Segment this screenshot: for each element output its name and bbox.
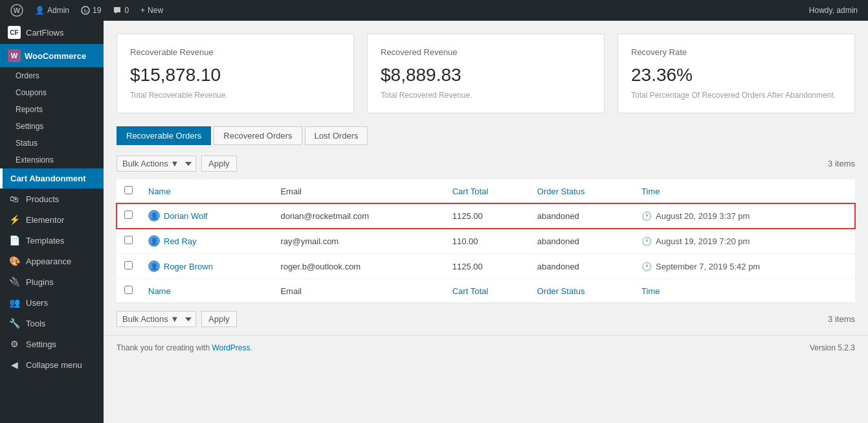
row-checkbox-3[interactable] [124, 261, 133, 269]
bulk-actions-select-bottom[interactable]: Bulk Actions ▼ [117, 311, 196, 327]
header-order-status: Order Status [529, 179, 634, 203]
products-icon: 🛍 [8, 194, 21, 204]
sidebar-item-templates[interactable]: 📄 Templates [0, 230, 104, 251]
orders-table: Name Email Cart Total Order Status Time … [117, 179, 855, 303]
admin-menu-item[interactable]: 👤 Admin [30, 0, 74, 21]
stat-recovered-desc: Total Recovered Revenue. [381, 91, 591, 100]
sidebar-item-reports[interactable]: Reports [0, 101, 104, 118]
sidebar-item-elementor[interactable]: ⚡ Elementor [0, 209, 104, 230]
appearance-icon: 🎨 [8, 256, 21, 266]
plugins-icon: 🔌 [8, 277, 21, 287]
stat-card-recovered: Recovered Revenue $8,889.83 Total Recove… [367, 34, 605, 113]
footer-checkbox-cell [117, 279, 140, 303]
footer-name: Name [140, 279, 273, 303]
wordpress-link[interactable]: WordPress [212, 343, 250, 352]
items-count-bottom: 3 items [828, 314, 855, 324]
footer-order-status: Order Status [529, 279, 634, 303]
sidebar-item-collapse[interactable]: ◀ Collapse menu [0, 354, 104, 375]
row-name-cell: 👤 Dorian Wolf [140, 203, 273, 229]
table-row: 👤 Roger Brown roger.b@outlook.com 1125.0… [117, 254, 855, 279]
plus-icon: + [140, 6, 145, 15]
stat-recoverable-title: Recoverable Revenue [130, 47, 340, 57]
table-footer-row: Name Email Cart Total Order Status Time [117, 279, 855, 303]
row-name-cell: 👤 Roger Brown [140, 254, 273, 279]
header-cart-total: Cart Total [445, 179, 529, 203]
clock-icon-3: 🕐 [641, 262, 652, 271]
tab-lost-orders[interactable]: Lost Orders [305, 126, 368, 145]
sidebar-item-products[interactable]: 🛍 Products [0, 189, 104, 209]
sidebar-item-woocommerce[interactable]: W WooCommerce [0, 44, 104, 67]
row-checkbox-1[interactable] [124, 211, 133, 219]
row-order-status-cell: abandoned [529, 229, 634, 254]
row-cart-total-cell: 1125.00 [445, 254, 529, 279]
settings-icon: ⚙ [8, 339, 21, 349]
stat-rate-value: 23.36% [631, 65, 841, 86]
user-avatar-1: 👤 [148, 210, 160, 222]
updates-menu-item[interactable]: ↻ 19 [76, 0, 106, 21]
bulk-actions-bottom: Bulk Actions ▼ Apply 3 items [117, 311, 855, 327]
person-icon: 👤 [35, 6, 45, 15]
row-name-link-1[interactable]: 👤 Dorian Wolf [148, 210, 265, 222]
stat-recovered-value: $8,889.83 [381, 65, 591, 86]
stat-rate-desc: Total Percentage Of Recovered Orders Aft… [631, 91, 841, 100]
user-avatar-3: 👤 [148, 260, 160, 272]
row-checkbox-2[interactable] [124, 236, 133, 244]
row-time-cell: 🕐 September 7, 2019 5:42 pm [634, 254, 855, 279]
wp-logo[interactable]: W [5, 0, 28, 21]
row-name-link-3[interactable]: 👤 Roger Brown [148, 260, 265, 272]
user-avatar-2: 👤 [148, 235, 160, 247]
sidebar-item-tools[interactable]: 🔧 Tools [0, 313, 104, 334]
select-all-checkbox[interactable] [124, 186, 133, 194]
tab-recovered-orders[interactable]: Recovered Orders [214, 126, 302, 145]
header-name: Name [140, 179, 273, 203]
row-email-cell: dorian@rocketmail.com [273, 203, 444, 229]
tools-icon: 🔧 [8, 318, 21, 328]
comments-menu-item[interactable]: 0 [107, 0, 134, 21]
apply-button-top[interactable]: Apply [201, 155, 237, 172]
row-time-cell: 🕐 August 20, 2019 3:37 pm [634, 203, 855, 229]
row-name-link-2[interactable]: 👤 Red Ray [148, 235, 265, 247]
table-row: 👤 Red Ray ray@ymail.com 110.00 abandoned… [117, 229, 855, 254]
clock-icon-1: 🕐 [641, 211, 652, 221]
row-order-status-cell: abandoned [529, 203, 634, 229]
sidebar-item-cartflows[interactable]: CF CartFlows [0, 21, 104, 44]
tabs-row: Recoverable Orders Recovered Orders Lost… [117, 126, 855, 145]
apply-button-bottom[interactable]: Apply [201, 311, 237, 327]
collapse-icon: ◀ [8, 360, 21, 370]
svg-text:↻: ↻ [83, 8, 88, 14]
header-checkbox-cell [117, 179, 140, 203]
select-all-checkbox-bottom[interactable] [124, 286, 133, 294]
elementor-icon: ⚡ [8, 214, 21, 225]
row-checkbox-cell [117, 254, 140, 279]
new-content-menu-item[interactable]: + New [135, 0, 168, 21]
bulk-actions-select-top[interactable]: Bulk Actions ▼ [117, 155, 196, 172]
footer-left: Thank you for creating with WordPress. [117, 343, 252, 352]
footer-time: Time [634, 279, 855, 303]
sidebar-item-coupons[interactable]: Coupons [0, 84, 104, 101]
stats-row: Recoverable Revenue $15,878.10 Total Rec… [117, 34, 855, 113]
sidebar-item-cart-abandonment[interactable]: Cart Abandonment [0, 168, 104, 189]
main-content: Recoverable Revenue $15,878.10 Total Rec… [104, 21, 868, 423]
footer-version: Version 5.2.3 [810, 343, 855, 352]
woo-icon: W [8, 49, 21, 62]
clock-icon-2: 🕐 [641, 236, 652, 246]
header-email: Email [273, 179, 444, 203]
row-cart-total-cell: 1125.00 [445, 203, 529, 229]
sidebar-item-status[interactable]: Status [0, 135, 104, 152]
sidebar-item-extensions[interactable]: Extensions [0, 152, 104, 168]
items-count-top: 3 items [828, 159, 855, 168]
sidebar-item-plugins[interactable]: 🔌 Plugins [0, 271, 104, 292]
templates-icon: 📄 [8, 235, 21, 246]
stat-recovered-title: Recovered Revenue [381, 47, 591, 57]
page-footer: Thank you for creating with WordPress. V… [104, 335, 868, 360]
sidebar-item-orders[interactable]: Orders [0, 67, 104, 84]
footer-thank-you: Thank you for creating with [117, 343, 212, 352]
users-icon: 👥 [8, 297, 21, 308]
sidebar-item-settings[interactable]: Settings [0, 118, 104, 135]
sidebar-item-appearance[interactable]: 🎨 Appearance [0, 251, 104, 271]
sidebar-item-settings-main[interactable]: ⚙ Settings [0, 334, 104, 354]
footer-email: Email [273, 279, 444, 303]
sidebar-item-users[interactable]: 👥 Users [0, 292, 104, 313]
row-time-cell: 🕐 August 19, 2019 7:20 pm [634, 229, 855, 254]
tab-recoverable-orders[interactable]: Recoverable Orders [117, 126, 211, 145]
